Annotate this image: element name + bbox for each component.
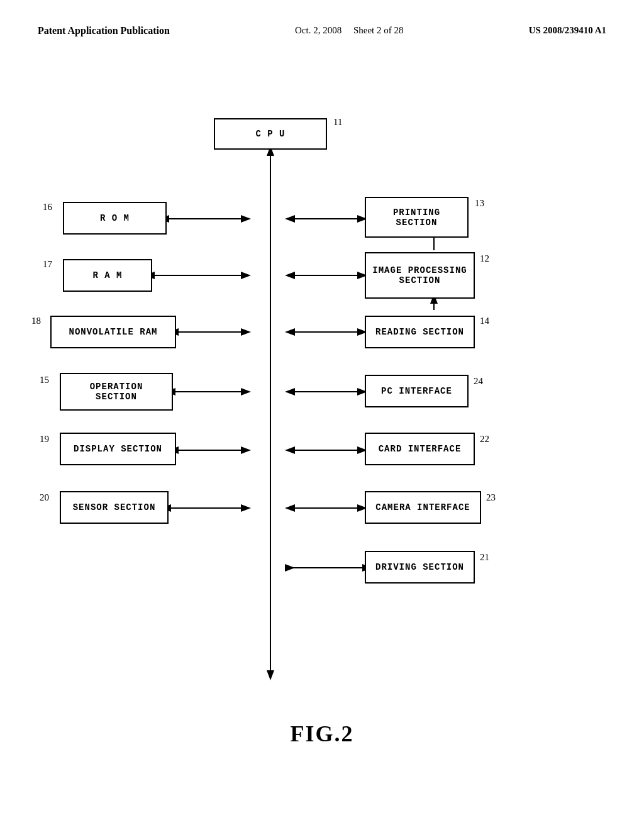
- pc-interface-box: PC INTERFACE: [365, 375, 469, 407]
- operation-label: OPERATION SECTION: [90, 382, 143, 402]
- pc-interface-label: PC INTERFACE: [381, 386, 452, 396]
- display-box: DISPLAY SECTION: [60, 433, 176, 465]
- sheet-info: Sheet 2 of 28: [353, 25, 404, 35]
- ref-14: 14: [480, 316, 489, 326]
- printing-box: PRINTING SECTION: [365, 197, 469, 238]
- ref-20: 20: [40, 492, 49, 503]
- patent-number: US 2008/239410 A1: [529, 25, 606, 36]
- driving-label: DRIVING SECTION: [375, 562, 464, 572]
- rom-label: R O M: [100, 213, 130, 223]
- cpu-label: C P U: [255, 129, 285, 139]
- figure-label: FIG.2: [290, 721, 353, 747]
- page-header: Patent Application Publication Oct. 2, 2…: [0, 0, 644, 36]
- operation-box: OPERATION SECTION: [60, 373, 173, 411]
- card-interface-label: CARD INTERFACE: [379, 444, 462, 454]
- printing-label: PRINTING SECTION: [393, 208, 440, 228]
- diagram: C P U 11 R O M 16 PRINTING SECTION 13 R …: [0, 43, 644, 766]
- sensor-box: SENSOR SECTION: [60, 491, 169, 524]
- nonvolatile-ram-box: NONVOLATILE RAM: [50, 316, 176, 348]
- reading-label: READING SECTION: [375, 327, 464, 337]
- ref-22: 22: [480, 434, 489, 445]
- card-interface-box: CARD INTERFACE: [365, 433, 475, 465]
- ref-16: 16: [43, 202, 52, 213]
- display-label: DISPLAY SECTION: [74, 444, 162, 454]
- cpu-box: C P U: [214, 118, 327, 150]
- ram-label: R A M: [92, 270, 122, 280]
- rom-box: R O M: [63, 202, 167, 235]
- reading-box: READING SECTION: [365, 316, 475, 348]
- nonvolatile-ram-label: NONVOLATILE RAM: [69, 327, 157, 337]
- ram-box: R A M: [63, 259, 152, 292]
- ref-21: 21: [480, 552, 489, 563]
- ref-19: 19: [40, 434, 49, 445]
- ref-15: 15: [40, 375, 49, 385]
- image-proc-box: IMAGE PROCESSING SECTION: [365, 252, 475, 299]
- ref-12: 12: [480, 253, 489, 264]
- sensor-label: SENSOR SECTION: [73, 502, 156, 512]
- camera-interface-label: CAMERA INTERFACE: [375, 502, 470, 512]
- camera-interface-box: CAMERA INTERFACE: [365, 491, 481, 524]
- ref-13: 13: [475, 198, 484, 209]
- publication-label: Patent Application Publication: [38, 25, 170, 36]
- ref-11: 11: [333, 117, 342, 128]
- ref-23: 23: [486, 492, 496, 503]
- ref-17: 17: [43, 259, 52, 270]
- driving-box: DRIVING SECTION: [365, 551, 475, 584]
- image-proc-label: IMAGE PROCESSING SECTION: [372, 265, 467, 285]
- ref-18: 18: [31, 316, 41, 326]
- publication-date: Oct. 2, 2008: [295, 25, 341, 35]
- header-center: Oct. 2, 2008 Sheet 2 of 28: [295, 25, 404, 36]
- ref-24: 24: [474, 376, 483, 387]
